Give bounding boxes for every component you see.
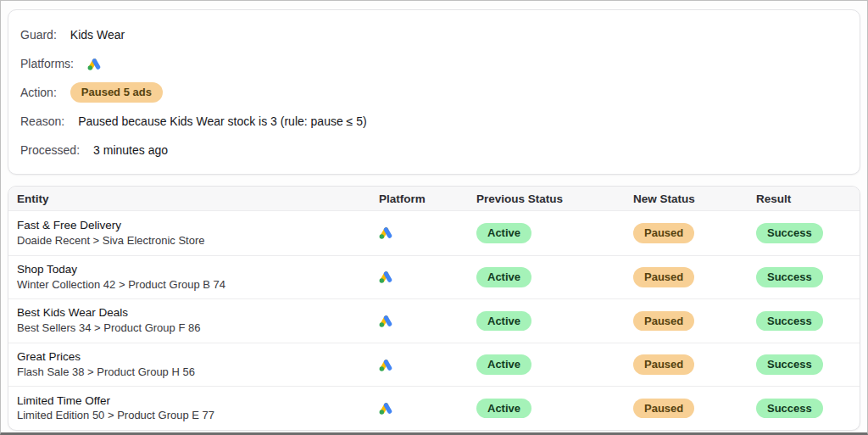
entity-title: Shop Today: [17, 264, 77, 276]
google-ads-icon: [379, 315, 393, 327]
column-header-new-status: New Status: [633, 187, 756, 210]
guard-label: Guard:: [20, 28, 57, 42]
results-table: Entity Platform Previous Status New Stat…: [8, 186, 860, 431]
column-header-entity: Entity: [8, 187, 379, 210]
platform-cell: [379, 211, 476, 255]
google-ads-icon: [379, 402, 393, 415]
guard-value: Kids Wear: [70, 28, 125, 42]
action-badge: Paused 5 ads: [70, 82, 163, 103]
entity-path: Winter Collection 42 > Product Group B 7…: [17, 279, 225, 291]
entity-title: Great Prices: [17, 351, 81, 364]
new-status-cell: Paused: [633, 211, 756, 255]
table-header: Entity Platform Previous Status New Stat…: [8, 187, 860, 211]
entity-path: Limited Edition 50 > Product Group E 77: [17, 410, 214, 421]
column-header-result: Result: [756, 187, 860, 210]
previous-status-cell: Active: [476, 387, 633, 430]
google-ads-icon: [379, 226, 393, 239]
platform-cell: [379, 387, 476, 430]
previous-status-badge: Active: [476, 354, 531, 375]
google-ads-icon: [379, 270, 393, 283]
previous-status-badge: Active: [476, 267, 531, 287]
new-status-badge: Paused: [633, 354, 694, 375]
result-badge: Success: [756, 223, 823, 243]
field-platforms: Platforms:: [20, 53, 848, 74]
google-ads-icon: [379, 359, 393, 371]
column-header-platform: Platform: [379, 187, 476, 210]
new-status-cell: Paused: [633, 256, 756, 299]
result-badge: Success: [756, 399, 823, 419]
table-row: Fast & Free Delivery Doaide Recent > Siv…: [8, 211, 860, 255]
new-status-cell: Paused: [633, 299, 756, 343]
new-status-badge: Paused: [633, 267, 694, 287]
action-label: Action:: [20, 86, 57, 99]
previous-status-badge: Active: [476, 399, 531, 419]
field-reason: Reason: Paused because Kids Wear stock i…: [20, 111, 848, 131]
result-cell: Success: [756, 387, 860, 430]
result-badge: Success: [756, 267, 823, 287]
reason-label: Reason:: [20, 114, 64, 128]
entity-path: Flash Sale 38 > Product Group H 56: [17, 366, 195, 378]
platform-cell: [379, 256, 476, 299]
platform-cell: [379, 299, 476, 343]
result-cell: Success: [756, 211, 860, 255]
entity-cell: Fast & Free Delivery Doaide Recent > Siv…: [8, 211, 379, 255]
entity-path: Doaide Recent > Siva Electronic Store: [17, 235, 204, 247]
result-cell: Success: [756, 299, 860, 343]
column-header-previous-status: Previous Status: [476, 187, 633, 210]
previous-status-cell: Active: [476, 299, 633, 343]
previous-status-cell: Active: [476, 343, 633, 387]
result-badge: Success: [756, 311, 823, 332]
table-row: Shop Today Winter Collection 42 > Produc…: [8, 255, 860, 299]
reason-value: Paused because Kids Wear stock is 3 (rul…: [78, 114, 366, 128]
new-status-cell: Paused: [633, 387, 756, 430]
result-cell: Success: [756, 343, 860, 387]
previous-status-badge: Active: [476, 223, 531, 243]
screen: Guard: Kids Wear Platforms: Action: Paus…: [0, 0, 868, 435]
entity-cell: Shop Today Winter Collection 42 > Produc…: [8, 256, 379, 299]
entity-cell: Great Prices Flash Sale 38 > Product Gro…: [8, 343, 379, 387]
entity-title: Fast & Free Delivery: [17, 220, 121, 232]
entity-cell: Limited Time Offer Limited Edition 50 > …: [8, 387, 379, 430]
new-status-cell: Paused: [633, 343, 756, 387]
platform-cell: [379, 343, 476, 387]
entity-path: Best Sellers 34 > Product Group F 86: [17, 322, 200, 334]
entity-title: Best Kids Wear Deals: [17, 307, 128, 320]
new-status-badge: Paused: [633, 311, 694, 332]
field-processed: Processed: 3 minutes ago: [20, 140, 848, 160]
previous-status-badge: Active: [476, 311, 531, 332]
field-guard: Guard: Kids Wear: [20, 25, 848, 45]
new-status-badge: Paused: [633, 223, 694, 243]
platforms-label: Platforms:: [20, 57, 74, 70]
previous-status-cell: Active: [476, 211, 633, 255]
processed-label: Processed:: [20, 143, 80, 157]
guard-summary-card: Guard: Kids Wear Platforms: Action: Paus…: [8, 9, 860, 175]
table-row: Great Prices Flash Sale 38 > Product Gro…: [8, 343, 860, 387]
previous-status-cell: Active: [476, 256, 633, 299]
google-ads-icon: [87, 58, 102, 70]
entity-cell: Best Kids Wear Deals Best Sellers 34 > P…: [8, 299, 379, 343]
result-cell: Success: [756, 256, 860, 299]
result-badge: Success: [756, 354, 823, 375]
new-status-badge: Paused: [633, 399, 694, 419]
field-action: Action: Paused 5 ads: [20, 82, 848, 103]
processed-value: 3 minutes ago: [93, 143, 168, 157]
entity-title: Limited Time Offer: [17, 395, 110, 408]
table-row: Best Kids Wear Deals Best Sellers 34 > P…: [8, 298, 860, 343]
table-row: Limited Time Offer Limited Edition 50 > …: [8, 386, 860, 430]
